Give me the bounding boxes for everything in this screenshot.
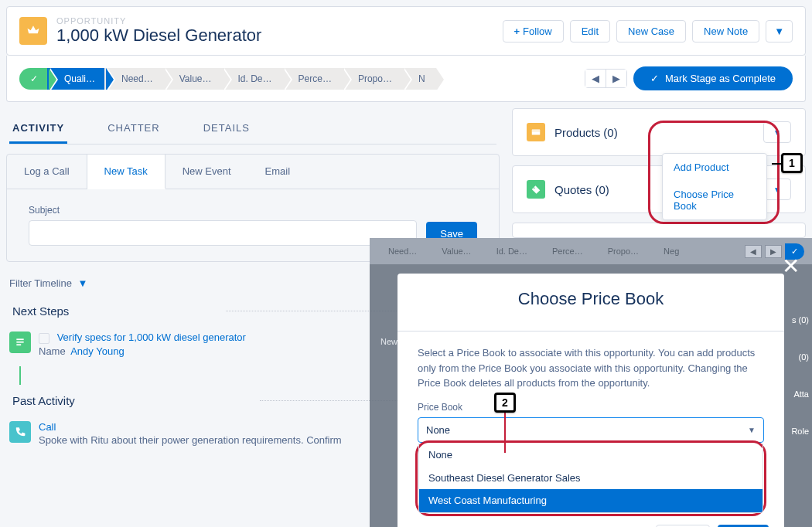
task-name-link[interactable]: Andy Young	[70, 345, 124, 357]
background-related-strip: s (0) (0) Atta Role	[783, 301, 812, 450]
tab-details[interactable]: DETAILS	[200, 114, 253, 144]
svg-point-5	[534, 187, 535, 189]
more-actions-button[interactable]: ▼	[766, 20, 793, 42]
products-related-list: Products (0) ▼	[512, 108, 806, 156]
price-book-options: None Southeast Diesel Generator Sales We…	[418, 444, 763, 513]
composer-tab-email[interactable]: Email	[248, 155, 308, 189]
check-icon: ✓	[650, 73, 659, 84]
modal-cancel-button[interactable]: Cancel	[656, 525, 710, 528]
task-icon	[9, 332, 31, 353]
background-hint: New	[380, 337, 397, 346]
path-next-button[interactable]: ▶	[606, 70, 626, 87]
price-book-label: Price Book	[418, 400, 764, 414]
price-book-option-selected[interactable]: West Coast Manufacturing	[419, 489, 763, 512]
composer-tab-new-task[interactable]: New Task	[87, 155, 165, 189]
svg-rect-0	[16, 338, 23, 340]
mark-stage-complete-button[interactable]: ✓ Mark Stage as Complete	[633, 66, 793, 90]
path-prev-button[interactable]: ◀	[585, 70, 606, 87]
products-action-menu: Add Product Choose Price Book	[662, 153, 767, 220]
record-type-label: OPPORTUNITY	[56, 16, 261, 26]
call-icon	[9, 421, 31, 443]
svg-rect-4	[532, 131, 541, 131]
price-book-select[interactable]: None ▼	[418, 417, 764, 444]
quotes-icon	[527, 180, 545, 199]
price-book-option[interactable]: None	[419, 444, 763, 467]
record-title: 1,000 kW Diesel Generator	[56, 26, 261, 46]
svg-rect-1	[16, 342, 23, 343]
products-menu-button[interactable]: ▼	[763, 121, 791, 143]
subject-label: Subject	[29, 205, 417, 216]
callout-1: 1	[781, 153, 803, 173]
chevron-down-icon: ▼	[748, 424, 756, 436]
opportunity-icon	[19, 17, 47, 45]
quotes-menu-button[interactable]: ▼	[763, 178, 791, 200]
edit-button[interactable]: Edit	[570, 20, 610, 42]
composer-tab-log-call[interactable]: Log a Call	[7, 155, 87, 189]
new-case-button[interactable]: New Case	[616, 20, 686, 42]
composer-tab-new-event[interactable]: New Event	[165, 155, 248, 189]
add-product-menu-item[interactable]: Add Product	[663, 154, 766, 181]
choose-price-book-modal: Choose Price Book Select a Price Book to…	[397, 274, 784, 527]
call-link[interactable]: Call	[39, 421, 56, 433]
follow-button[interactable]: +Follow	[503, 20, 564, 42]
past-activity-heading: Past Activity	[12, 394, 249, 407]
background-path-strip: Need… Value… Id. De… Perce… Propo… Neg ◀…	[370, 238, 812, 264]
call-description: Spoke with Ritu about their power genera…	[39, 434, 342, 446]
modal-close-button[interactable]: ✕	[782, 253, 800, 279]
related-list-partial	[512, 223, 806, 238]
modal-save-button[interactable]: Save	[718, 525, 769, 528]
subject-input[interactable]	[29, 220, 417, 246]
svg-rect-3	[532, 130, 541, 135]
products-title: Products (0)	[554, 126, 754, 139]
path-stage-complete[interactable]: ✓	[19, 68, 49, 90]
modal-description: Select a Price Book to associate with th…	[418, 345, 764, 391]
tab-chatter[interactable]: CHATTER	[104, 114, 162, 144]
task-checkbox[interactable]	[39, 333, 49, 344]
chevron-down-icon: ▼	[773, 185, 781, 194]
callout-2: 2	[494, 393, 516, 413]
next-steps-heading: Next Steps	[12, 304, 215, 318]
modal-title: Choose Price Book	[397, 274, 784, 332]
choose-price-book-menu-item[interactable]: Choose Price Book	[663, 181, 766, 219]
record-header: OPPORTUNITY 1,000 kW Diesel Generator +F…	[6, 6, 806, 56]
chevron-down-icon: ▼	[773, 128, 781, 137]
filter-timeline-button[interactable]: Filter Timeline ▼	[9, 277, 87, 289]
new-note-button[interactable]: New Note	[692, 20, 759, 42]
svg-rect-2	[16, 344, 21, 345]
sales-path: ✓ Quali… Need… Value… Id. De… Perce… Pro…	[6, 56, 806, 102]
chevron-down-icon: ▼	[78, 277, 88, 289]
task-link[interactable]: Verify specs for 1,000 kW diesel generat…	[57, 332, 246, 343]
products-icon	[527, 123, 545, 141]
tab-activity[interactable]: ACTIVITY	[9, 114, 67, 144]
price-book-option[interactable]: Southeast Diesel Generator Sales	[419, 467, 763, 490]
